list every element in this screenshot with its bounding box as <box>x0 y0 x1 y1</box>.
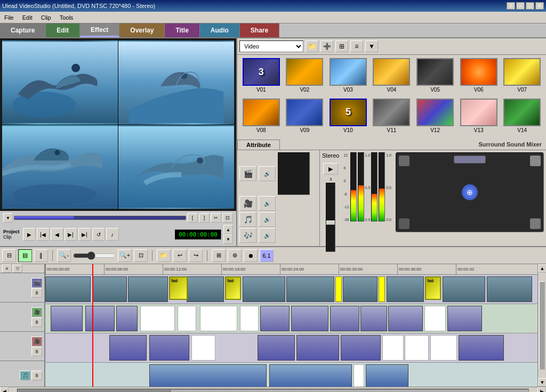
maximize-button[interactable]: □ <box>526 2 534 10</box>
effect-v14[interactable]: V14 <box>501 99 543 137</box>
tab-audio[interactable]: Audio <box>200 23 240 37</box>
clip-v1-10[interactable] <box>487 276 532 302</box>
fader-knob[interactable] <box>326 220 335 225</box>
clip-v1-4[interactable] <box>187 276 224 302</box>
effect-v01[interactable]: 3 V01 <box>240 58 282 96</box>
audio-icon[interactable]: 🎵 <box>20 371 30 380</box>
tab-effect[interactable]: Effect <box>80 23 119 37</box>
clip-o1-white1[interactable] <box>140 306 175 331</box>
clip-o1-4[interactable] <box>260 306 290 331</box>
overlay2-mute-button[interactable]: 8 <box>31 347 42 356</box>
record-button[interactable]: ⏺ <box>244 249 258 262</box>
overlay2-icon[interactable]: 🎥 <box>31 337 42 346</box>
effect-type-dropdown[interactable]: Video <box>239 40 303 52</box>
tab-overlay[interactable]: Overlay <box>119 23 165 37</box>
ripple-button[interactable]: ⊛ <box>228 249 242 262</box>
transition-1[interactable]: fad <box>169 276 188 300</box>
scroll-right-button[interactable]: ▶ <box>537 387 546 393</box>
clip-o2-white4[interactable] <box>430 335 457 361</box>
grid-view-button[interactable]: ⊞ <box>335 40 348 52</box>
clip-o2-white1[interactable] <box>191 335 215 361</box>
clip-o2-3[interactable] <box>258 335 295 361</box>
redo-button[interactable]: ↪ <box>189 249 203 262</box>
window-controls[interactable]: ? – □ ✕ <box>507 2 544 10</box>
clip-v1-5[interactable] <box>243 276 285 302</box>
clip-o2-2[interactable] <box>149 335 189 361</box>
audio-button[interactable]: ♪ <box>106 228 119 241</box>
clip-a1-white[interactable] <box>354 364 364 387</box>
next-frame-button[interactable]: ▶| <box>65 228 77 241</box>
zoom-out-button[interactable]: 🔍- <box>57 249 71 262</box>
zoom-fit-button[interactable]: ⊡ <box>134 249 148 262</box>
clip-o1-white3[interactable] <box>200 306 237 331</box>
clip-v1-yellow[interactable] <box>335 276 342 302</box>
clip-o1-1[interactable] <box>51 306 83 331</box>
effect-v05[interactable]: V05 <box>414 58 456 96</box>
prev-frame-button[interactable]: ◀ <box>51 228 63 241</box>
undo-button[interactable]: ↩ <box>173 249 187 262</box>
overlay-volume-icon[interactable]: 🔊 <box>259 196 276 211</box>
effect-v06[interactable]: V06 <box>458 58 500 96</box>
clip-o1-white5[interactable] <box>424 306 446 331</box>
clip-o1-6[interactable] <box>330 306 359 331</box>
music-volume-icon[interactable]: 🔊 <box>259 228 276 243</box>
project-properties-button[interactable]: 📁 <box>157 249 171 262</box>
surround-center-indicator[interactable]: ⊕ <box>462 184 478 200</box>
overlay1-icon[interactable]: 🎥 <box>31 307 42 317</box>
clip-o1-9[interactable] <box>447 306 482 331</box>
clip-o2-6[interactable] <box>459 335 504 361</box>
effect-v10[interactable]: 5 V10 <box>327 99 369 137</box>
clip-v1-2[interactable] <box>92 276 127 302</box>
menu-tools[interactable]: Tools <box>55 13 78 22</box>
help-button[interactable]: ? <box>507 2 515 10</box>
effect-v12[interactable]: V12 <box>414 99 456 137</box>
audio-volume-icon[interactable]: 🔊 <box>259 212 276 227</box>
h-scroll-thumb[interactable] <box>18 389 171 393</box>
collapse-tracks-button[interactable]: ▽ <box>13 264 22 273</box>
clip-o2-4[interactable] <box>296 335 339 361</box>
playback-progress[interactable] <box>14 216 186 220</box>
scroll-left-button[interactable]: ◀ <box>0 387 9 393</box>
tab-attribute[interactable]: Attribute <box>237 140 280 150</box>
music-track-icon[interactable]: 🎶 <box>239 228 256 243</box>
list-view-button[interactable]: ≡ <box>350 40 363 52</box>
clip-o2-5[interactable] <box>341 335 381 361</box>
zoom-in-button[interactable]: 🔍+ <box>118 249 132 262</box>
tab-edit[interactable]: Edit <box>46 23 80 37</box>
mark-in-button[interactable]: [ <box>187 213 198 223</box>
video-volume-icon[interactable]: 🔊 <box>259 166 276 181</box>
timeline-view-button[interactable]: ▤ <box>18 249 32 262</box>
time-down-arrow[interactable]: ▼ <box>223 234 233 244</box>
fullscreen-button[interactable]: ⊡ <box>222 213 233 223</box>
clip-o1-5[interactable] <box>291 306 328 331</box>
mixer-play-button[interactable]: ▶ <box>323 163 338 175</box>
clip-o1-8[interactable] <box>388 306 423 331</box>
transition-3[interactable]: fad <box>425 276 441 300</box>
fader-track[interactable] <box>326 183 335 252</box>
play-button[interactable]: ▶ <box>23 228 36 241</box>
clip-v1-7[interactable] <box>343 276 378 302</box>
clip-o2-1[interactable] <box>109 335 147 361</box>
effect-v13[interactable]: V13 <box>458 99 500 137</box>
effect-v11[interactable]: V11 <box>371 99 413 137</box>
mixer-button[interactable]: 6.1 <box>260 249 274 262</box>
playhead[interactable] <box>92 264 93 274</box>
zoom-slider[interactable] <box>73 252 116 259</box>
clip-o1-2[interactable] <box>85 306 115 331</box>
scroll-thumb[interactable] <box>539 281 545 370</box>
end-button[interactable]: ▶| <box>78 228 91 241</box>
video-track-icon[interactable]: 🎬 <box>239 166 256 181</box>
audio-track-icon[interactable]: 🎵 <box>239 212 256 227</box>
clip-o1-3[interactable] <box>116 306 138 331</box>
folder-button[interactable]: 📁 <box>306 40 318 52</box>
scroll-down-button[interactable]: ▼ <box>538 378 546 387</box>
clip-o1-white4[interactable] <box>240 306 259 331</box>
audio-mute-button[interactable]: 8 <box>31 371 42 380</box>
menu-edit[interactable]: Edit <box>18 13 37 22</box>
clip-v1-yellow2[interactable] <box>379 276 385 302</box>
effect-v07[interactable]: V07 <box>501 58 543 96</box>
clip-o1-white2[interactable] <box>178 306 196 331</box>
h-scroll-track[interactable] <box>17 389 529 393</box>
close-button[interactable]: ✕ <box>535 2 544 10</box>
clip-a1-3[interactable] <box>366 364 408 387</box>
